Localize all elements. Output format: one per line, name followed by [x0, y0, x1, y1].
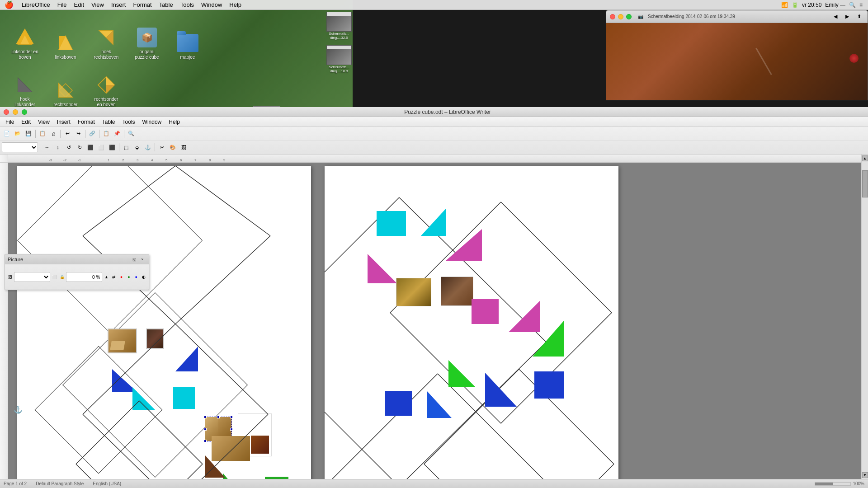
scherm-item-2[interactable]: Schermafb...ding....16.3: [327, 45, 351, 73]
scroll-thumb[interactable]: [862, 170, 868, 197]
menu-edit[interactable]: Edit: [71, 0, 88, 9]
pic-zoom-input[interactable]: [66, 272, 102, 282]
scroll-down-btn[interactable]: ▼: [862, 472, 868, 478]
lo-menu-table[interactable]: Table: [99, 118, 119, 126]
handle-rc[interactable]: [230, 428, 233, 431]
handle-bl[interactable]: [204, 440, 207, 442]
lo-min-btn[interactable]: [13, 109, 18, 115]
tb-anchor[interactable]: ⚓: [143, 142, 153, 152]
scrollbar-vertical[interactable]: ▲ ▼: [861, 155, 868, 479]
handle-lc[interactable]: [204, 428, 207, 431]
lo-max-btn[interactable]: [22, 109, 27, 115]
scroll-up-btn[interactable]: ▲: [862, 155, 868, 161]
tb-wrap[interactable]: ⬚: [121, 142, 131, 152]
desktop-icon-mapjee[interactable]: mapjee: [167, 14, 208, 62]
menu-window[interactable]: Window: [198, 0, 226, 9]
lo-menu-tools[interactable]: Tools: [119, 118, 139, 126]
menu-libreoffice[interactable]: LibreOffice: [18, 0, 54, 9]
pic-tb-blue[interactable]: ●: [133, 272, 139, 282]
menu-table[interactable]: Table: [156, 0, 177, 9]
pic-tb-green[interactable]: ●: [126, 272, 132, 282]
pic-tb-contrast[interactable]: ◐: [141, 272, 147, 282]
desktop-icon-hoek-linksonder[interactable]: hoeklinksonder: [5, 62, 45, 109]
menu-insert[interactable]: Insert: [108, 0, 130, 9]
photo-close-btn[interactable]: [610, 14, 615, 19]
menu-file[interactable]: File: [54, 0, 71, 9]
handle-tl[interactable]: [204, 416, 207, 418]
tb-flip-h[interactable]: ↔: [42, 142, 52, 152]
desktop-icon-linksonder-boven[interactable]: linksonder enboven: [5, 14, 45, 62]
photo-thumb-p2-2: [441, 277, 473, 306]
lo-menu-format[interactable]: Format: [74, 118, 99, 126]
desktop-icon-rechtsonder[interactable]: rechtsonder: [45, 62, 86, 109]
apple-menu[interactable]: 🍎: [0, 0, 18, 9]
zoom-slider[interactable]: [815, 482, 851, 486]
menu-help[interactable]: Help: [226, 0, 245, 9]
document-area[interactable]: -3 -2 -1 1 2 3 4 5 6 7 8 9 ⚓: [8, 155, 861, 479]
lo-title: Puzzle cube.odt – LibreOffice Writer: [31, 109, 864, 115]
pic-default-dropdown[interactable]: Default: [14, 272, 50, 282]
tb-undo[interactable]: ↩: [62, 129, 72, 139]
pic-tb-mode[interactable]: 🖼: [7, 272, 13, 282]
desktop-icon-linksboven[interactable]: linksboven: [45, 14, 86, 62]
tb-flip-v[interactable]: ↕: [53, 142, 63, 152]
photo-prev-btn[interactable]: ◀: [830, 12, 840, 22]
picture-float-btn[interactable]: ◱: [131, 256, 138, 263]
pic-tb-arrows[interactable]: ⇄: [111, 272, 117, 282]
lo-menu-edit[interactable]: Edit: [18, 118, 34, 126]
tb-redo[interactable]: ↪: [73, 129, 83, 139]
tb-align-r[interactable]: ⬛: [107, 142, 117, 152]
picture-close-btn[interactable]: ×: [139, 256, 146, 263]
tb-align-c[interactable]: ⬜: [96, 142, 106, 152]
handle-tr[interactable]: [230, 416, 233, 418]
scherm-item-1[interactable]: Schermafb...ding....32.5: [327, 12, 351, 40]
tb-filter[interactable]: 🎨: [168, 142, 178, 152]
photo-next-btn[interactable]: ▶: [842, 12, 852, 22]
desktop-icon-hoek-rechtsboven[interactable]: hoekrechtsboven: [86, 14, 127, 62]
tb-find[interactable]: 🔍: [126, 129, 136, 139]
pic-tb-prop[interactable]: 🔒: [59, 272, 65, 282]
lo-menu-window[interactable]: Window: [139, 118, 165, 126]
tb-paste[interactable]: 📌: [112, 129, 122, 139]
page-1[interactable]: [17, 166, 311, 479]
tb-open[interactable]: 📂: [13, 129, 23, 139]
graphics-dropdown[interactable]: Graphics: [2, 142, 38, 152]
tb-color-mode[interactable]: 🖼: [179, 142, 189, 152]
lo-menu-file[interactable]: File: [2, 118, 18, 126]
desktop-icon-rechtsonder-boven[interactable]: rechtsonderen boven: [86, 62, 127, 109]
tb-print[interactable]: 🖨: [48, 129, 58, 139]
tb-save[interactable]: 💾: [24, 129, 33, 139]
pic-tb-spin-up[interactable]: ▲: [103, 272, 109, 282]
tb-rotate-r[interactable]: ↻: [75, 142, 85, 152]
lo-menu-help[interactable]: Help: [165, 118, 184, 126]
control-icon[interactable]: ≡: [859, 2, 863, 8]
tb-wrap2[interactable]: ⬙: [132, 142, 142, 152]
search-icon[interactable]: 🔍: [849, 2, 856, 8]
picture-toolbar-titlebar: Picture ◱ ×: [5, 254, 149, 264]
photo-max-btn[interactable]: [626, 14, 632, 19]
tb-pdf[interactable]: 📋: [38, 129, 47, 139]
tb-align-l[interactable]: ⬛: [85, 142, 95, 152]
menu-tools[interactable]: Tools: [177, 0, 198, 9]
photo-min-btn[interactable]: [618, 14, 623, 19]
lo-close-btn[interactable]: [4, 109, 9, 115]
diamond-outline-1: [17, 166, 203, 333]
pic-tb-red[interactable]: ●: [118, 272, 124, 282]
tb-hyperlink[interactable]: 🔗: [87, 129, 97, 139]
tb-new[interactable]: 📄: [2, 129, 12, 139]
lo-menu-view[interactable]: View: [34, 118, 53, 126]
page-2[interactable]: [325, 166, 618, 479]
menu-view[interactable]: View: [88, 0, 108, 9]
scherm-label-2: Schermafb...ding....16.3: [329, 65, 349, 73]
handle-tc[interactable]: [217, 416, 220, 418]
tb-crop[interactable]: ✂: [157, 142, 167, 152]
tb-rotate-l[interactable]: ↺: [64, 142, 74, 152]
lo-menu-insert[interactable]: Insert: [53, 118, 74, 126]
menu-format[interactable]: Format: [129, 0, 155, 9]
tb-copy[interactable]: 📋: [101, 129, 111, 139]
svg-line-42: [519, 464, 614, 479]
photo-share-btn[interactable]: ⬆: [854, 12, 864, 22]
desktop-icon-origami[interactable]: 📦 origamipuzzle cube: [127, 14, 167, 62]
lo-window: Puzzle cube.odt – LibreOffice Writer Fil…: [0, 107, 868, 488]
pic-tb-size[interactable]: ⬜: [51, 272, 57, 282]
